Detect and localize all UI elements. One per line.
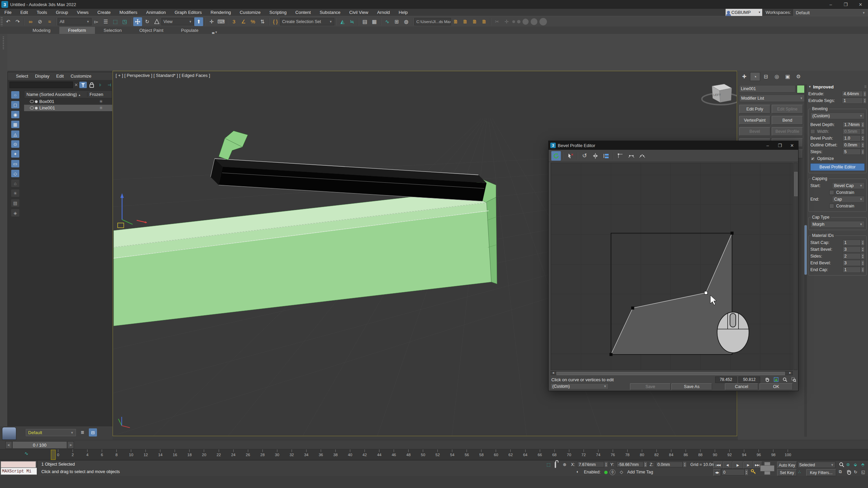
- app-logo-icon[interactable]: 3: [1, 1, 8, 8]
- close-button[interactable]: ✕: [853, 0, 868, 9]
- orbit-icon[interactable]: ↻: [854, 469, 857, 474]
- vertex-marker[interactable]: [731, 232, 734, 235]
- delete-vertex-icon[interactable]: ✕: [566, 151, 575, 161]
- frame-spinner[interactable]: ▴▾: [745, 469, 748, 475]
- state-set-dropdown[interactable]: Default▼: [26, 429, 76, 436]
- reference-coordinate-dropdown[interactable]: View▼: [161, 18, 194, 25]
- bezier-smooth-icon[interactable]: [627, 151, 636, 161]
- menu-item[interactable]: Edit: [16, 9, 32, 16]
- maximize-viewport-toggle-icon[interactable]: ◱: [861, 469, 865, 474]
- end-constrain-checkbox[interactable]: [829, 204, 834, 208]
- bezier-corner-icon[interactable]: [637, 151, 647, 161]
- ok-button[interactable]: OK: [760, 383, 793, 390]
- ribbon-tab[interactable]: Modeling: [24, 27, 59, 34]
- steps-spinner[interactable]: ▴▾: [861, 149, 865, 155]
- align-icon[interactable]: ≒: [348, 17, 356, 26]
- explorer-toggle-icon[interactable]: ⊙: [11, 140, 19, 148]
- scene-explorer-menu-item[interactable]: Select: [13, 74, 32, 79]
- object-name-field[interactable]: Line001: [739, 85, 795, 93]
- previous-frame-button[interactable]: <: [5, 441, 12, 449]
- vertex-marker[interactable]: [610, 353, 613, 356]
- scroll-left-arrow[interactable]: ◄: [552, 371, 555, 374]
- visibility-eye-icon[interactable]: [30, 100, 34, 103]
- go-to-start-button[interactable]: |◀◀: [713, 462, 723, 469]
- menu-item[interactable]: Scripting: [265, 9, 291, 16]
- select-and-manipulate-icon[interactable]: ✛: [207, 17, 216, 26]
- pan-hand-icon[interactable]: [764, 377, 771, 383]
- selected-vertex-marker[interactable]: [705, 291, 708, 294]
- play-button[interactable]: ▶: [732, 462, 743, 469]
- menu-item[interactable]: Customize: [235, 9, 265, 16]
- menu-item[interactable]: Content: [291, 9, 315, 16]
- object-name[interactable]: Line001: [39, 105, 90, 110]
- explorer-toggle-icon[interactable]: ◉: [11, 111, 19, 118]
- menu-item[interactable]: Modifiers: [115, 9, 142, 16]
- keyboard-shortcut-override-icon[interactable]: ⌨: [217, 17, 225, 26]
- angle-snap-toggle-icon[interactable]: ∠: [239, 17, 248, 26]
- width-checkbox[interactable]: [810, 129, 815, 134]
- zoom-all-icon[interactable]: ⊚: [846, 462, 850, 467]
- menu-item[interactable]: Substance: [315, 9, 345, 16]
- profile-edit-canvas[interactable]: [551, 163, 793, 370]
- bevel-push-field[interactable]: 1.0: [843, 135, 861, 141]
- mirror-icon[interactable]: ◭: [338, 17, 347, 26]
- collapse-hierarchy-icon[interactable]: ⊣: [105, 82, 113, 88]
- lock-explorer-icon[interactable]: [88, 82, 96, 88]
- steps-field[interactable]: 5: [843, 149, 861, 155]
- hscroll-thumb[interactable]: [556, 372, 785, 375]
- selection-set-dropdown[interactable]: Selected▼: [797, 462, 835, 468]
- command-panel-scrollbar[interactable]: [804, 84, 807, 437]
- beveling-preset-dropdown[interactable]: (Custom)▼: [810, 113, 865, 119]
- next-frame-button[interactable]: >: [67, 441, 74, 449]
- add-time-tag-label[interactable]: Add Time Tag: [627, 470, 653, 474]
- absolute-mode-icon[interactable]: ⊕: [563, 462, 566, 467]
- y-spinner[interactable]: ▴▾: [644, 462, 647, 467]
- spinner-snap-toggle-icon[interactable]: ⇅: [258, 17, 267, 26]
- capping-end-dropdown[interactable]: Cap▼: [832, 196, 865, 203]
- modifier-button[interactable]: Bevel: [739, 127, 770, 136]
- bevel-depth-spinner[interactable]: ▴▾: [861, 122, 865, 128]
- vscroll-thumb[interactable]: [794, 172, 797, 196]
- auto-key-button[interactable]: Auto Key: [777, 462, 797, 469]
- modifier-list-dropdown[interactable]: Modifier List▼: [739, 95, 805, 102]
- black-beam-object[interactable]: [211, 159, 487, 201]
- clear-search-icon[interactable]: ✕: [74, 82, 78, 87]
- key-filters-button[interactable]: Key Filters...: [806, 469, 836, 476]
- menu-item[interactable]: Animation: [142, 9, 170, 16]
- menu-item[interactable]: Civil View: [345, 9, 373, 16]
- scene-script-3-icon[interactable]: 🗎: [470, 17, 479, 26]
- create-tab-icon[interactable]: ✚: [739, 72, 749, 81]
- bind-to-spacewarp-icon[interactable]: ≈: [45, 17, 54, 26]
- pan-view-icon[interactable]: [846, 469, 852, 476]
- set-keys-button[interactable]: [760, 461, 774, 475]
- rollout-grip-icon[interactable]: ⠿: [864, 85, 867, 89]
- scrollbar-thumb[interactable]: [804, 225, 807, 275]
- explorer-toggle-icon[interactable]: ◇: [11, 170, 19, 177]
- extrude-segs-spinner[interactable]: ▴▾: [863, 98, 867, 104]
- bevel-profile-editor-button[interactable]: Bevel Profile Editor: [810, 163, 865, 171]
- scene-explorer-menu-item[interactable]: Customize: [67, 74, 95, 79]
- mini-curve-editor-icon[interactable]: ∿: [24, 451, 28, 456]
- edit-named-selection-sets-icon[interactable]: { }: [271, 17, 280, 26]
- counter-badge[interactable]: 0: [610, 469, 615, 475]
- restore-button[interactable]: ❐: [838, 0, 853, 9]
- ribbon-tab[interactable]: Freeform: [59, 27, 95, 34]
- explorer-toggle-icon[interactable]: ▦: [11, 121, 19, 128]
- menu-item[interactable]: Arnold: [373, 9, 394, 16]
- menu-item[interactable]: Views: [73, 9, 93, 16]
- workspaces-dropdown[interactable]: Default▼: [793, 9, 868, 16]
- menu-item[interactable]: Group: [52, 9, 73, 16]
- select-and-rotate-icon[interactable]: ↻: [143, 17, 152, 26]
- motion-tab-icon[interactable]: ◎: [772, 72, 782, 81]
- search-filter-icon[interactable]: [79, 82, 87, 88]
- frozen-column-header[interactable]: Frozen: [87, 92, 112, 97]
- frozen-snowflake-icon[interactable]: ✳: [90, 105, 112, 110]
- select-object-icon[interactable]: ▻: [92, 17, 101, 26]
- viewcube-face-label[interactable]: LEFT: [713, 93, 721, 97]
- explorer-toggle-icon[interactable]: ○: [11, 91, 19, 99]
- improved-rollout-header[interactable]: ▼ Improved ⠿: [808, 83, 867, 90]
- undo-icon[interactable]: ↶: [4, 17, 13, 26]
- percent-snap-toggle-icon[interactable]: %: [249, 17, 257, 26]
- green-molding-object[interactable]: [114, 178, 497, 326]
- bevel-profile-shape[interactable]: [610, 232, 734, 356]
